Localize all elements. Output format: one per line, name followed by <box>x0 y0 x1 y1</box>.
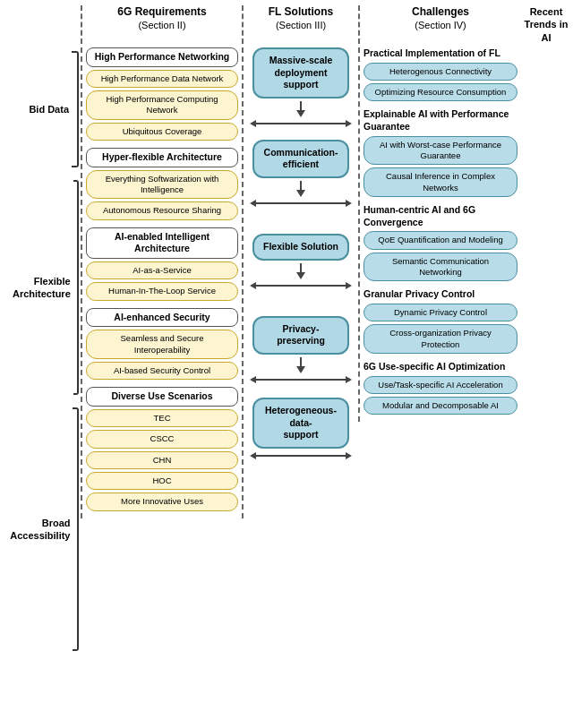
req-group-1: High Performance Networking High Perform… <box>86 47 238 143</box>
chal-group-3-title: Human-centric AI and 6G Convergence <box>363 204 517 228</box>
chal-group-1-item-2: Optimizing Resource Consumption <box>363 83 517 101</box>
req-group-5: Diverse Use Scenarios TEC CSCC CHN HOC M… <box>86 387 238 513</box>
req-group-4: AI-enhanced Security Seamless and Secure… <box>86 308 238 383</box>
lr-arrows-3 <box>250 282 352 289</box>
arrow-down-4 <box>296 357 305 373</box>
lr-arrows-2 <box>250 200 352 207</box>
req-group-3-item-2: Human-In-The-Loop Service <box>86 282 238 300</box>
chal-group-1-item-1: Heterogenous Connectivity <box>363 63 517 81</box>
trends-header-spacer <box>2 5 81 44</box>
solution-4: Privacy-preserving <box>252 316 349 355</box>
req-group-5-item-4: HOC <box>86 472 238 490</box>
req-group-2-item-1: Everything Softwarization with Intellige… <box>86 170 238 200</box>
chal-group-5-item-1: Use/Task-specific AI Acceleration <box>363 376 517 394</box>
flexarch-bracket <box>73 180 79 395</box>
lr-arrows-4 <box>250 376 352 383</box>
chal-group-3: Human-centric AI and 6G Convergence QoE … <box>363 204 517 284</box>
chal-header: Challenges (Section IV) <box>358 5 521 44</box>
sol-header: FL Solutions (Section III) <box>244 5 358 44</box>
req-group-3-title: AI-enabled Intelligent Architecture <box>86 227 238 259</box>
arrow-down-1 <box>296 101 305 117</box>
chal-group-2-item-1: AI with Worst-case Performance Guarantee <box>363 136 517 166</box>
req-group-3-item-1: AI-as-a-Service <box>86 261 238 279</box>
solution-3: Flexible Solution <box>252 234 349 261</box>
req-group-1-title: High Performance Networking <box>86 47 238 67</box>
trend-broadaccess: Broad Accessibility <box>2 404 79 655</box>
chal-group-3-item-2: Semantic Communication Networking <box>363 253 517 282</box>
arrow-down-3 <box>296 263 305 279</box>
chal-group-2-item-2: Causal Inference in Complex Networks <box>363 167 517 197</box>
challenges-col: Practical Implementation of FL Heterogen… <box>358 47 521 422</box>
trend-flexarch: Flexible Architecture <box>2 176 79 398</box>
trends-col-header: Recent Trends in AI <box>521 5 571 44</box>
chal-group-1-title: Practical Implementation of FL <box>363 47 517 60</box>
req-group-2-item-2: Autonomous Resource Sharing <box>86 201 238 219</box>
req-group-5-item-3: CHN <box>86 451 238 469</box>
req-group-5-title: Diverse Use Scenarios <box>86 387 238 407</box>
solution-5: Heterogeneous-data- support <box>252 398 349 449</box>
requirements-col: High Performance Networking High Perform… <box>81 47 244 518</box>
req-group-1-item-2: High Performance Computing Network <box>86 90 238 120</box>
req-group-4-item-2: AI-based Security Control <box>86 362 238 380</box>
solution-2: Communication- efficient <box>252 140 349 178</box>
req-group-4-title: AI-enhanced Security <box>86 308 238 328</box>
chal-group-4-title: Granular Privacy Control <box>363 288 517 301</box>
trends-col: Bid Data Flexible Architecture Broad Acc… <box>2 47 81 655</box>
chal-group-5-title: 6G Use-specific AI Optimization <box>363 361 517 373</box>
trend-bigdata: Bid Data <box>29 47 79 171</box>
broadaccess-bracket <box>73 407 79 651</box>
chal-group-3-item-1: QoE Quantification and Modeling <box>363 231 517 249</box>
chal-group-4: Granular Privacy Control Dynamic Privacy… <box>363 288 517 356</box>
req-group-1-item-1: High Performance Data Network <box>86 70 238 88</box>
lr-arrows-1 <box>250 120 352 127</box>
chal-group-2-title: Explainable AI with Performance Guarante… <box>363 108 517 133</box>
req-group-2: Hyper-flexible Architecture Everything S… <box>86 148 238 223</box>
req-group-5-item-2: CSCC <box>86 430 238 448</box>
arrow-down-2 <box>296 181 305 197</box>
lr-arrows-5 <box>250 452 352 459</box>
req-header: 6G Requirements (Section II) <box>81 5 244 44</box>
chal-group-5-item-2: Modular and Decomposable AI <box>363 397 517 415</box>
req-group-5-item-5: More Innovative Uses <box>86 492 238 510</box>
solution-1: Massive-scale deployment support <box>252 47 349 98</box>
req-group-1-item-3: Ubiquitous Coverage <box>86 123 238 141</box>
chal-group-4-item-2: Cross-organization Privacy Protection <box>363 324 517 354</box>
req-group-5-item-1: TEC <box>86 409 238 427</box>
req-group-2-title: Hyper-flexible Architecture <box>86 148 238 167</box>
req-group-4-item-1: Seamless and Secure Interoperability <box>86 330 238 359</box>
chal-group-2: Explainable AI with Performance Guarante… <box>363 108 517 200</box>
solutions-col: Massive-scale deployment support Communi… <box>244 47 358 459</box>
chal-group-5: 6G Use-specific AI Optimization Use/Task… <box>363 361 517 417</box>
chal-group-1: Practical Implementation of FL Heterogen… <box>363 47 517 104</box>
bigdata-bracket <box>72 51 79 167</box>
chal-group-4-item-1: Dynamic Privacy Control <box>363 304 517 321</box>
req-group-3: AI-enabled Intelligent Architecture AI-a… <box>86 227 238 304</box>
